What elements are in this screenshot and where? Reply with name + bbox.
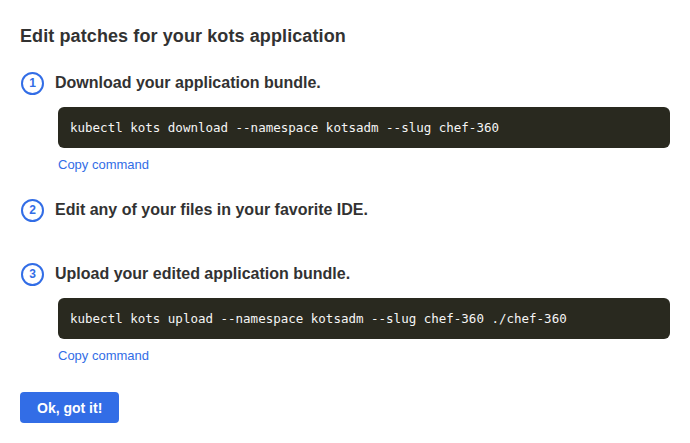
step-2-heading: Edit any of your files in your favorite … <box>55 198 368 222</box>
step-3-number-badge: 3 <box>21 263 44 286</box>
upload-command-text: kubectl kots upload --namespace kotsadm … <box>70 310 567 327</box>
copy-upload-command-link[interactable]: Copy command <box>58 348 149 363</box>
download-command-text: kubectl kots download --namespace kotsad… <box>70 119 499 136</box>
step-3-heading: Upload your edited application bundle. <box>55 262 350 286</box>
ok-got-it-button[interactable]: Ok, got it! <box>20 392 119 423</box>
upload-command-block: kubectl kots upload --namespace kotsadm … <box>58 298 670 339</box>
step-edit: 2 Edit any of your files in your favorit… <box>20 198 670 222</box>
step-1-heading: Download your application bundle. <box>55 71 321 95</box>
step-upload: 3 Upload your edited application bundle.… <box>20 262 670 363</box>
copy-download-command-link[interactable]: Copy command <box>58 157 149 172</box>
page-title: Edit patches for your kots application <box>20 26 670 47</box>
step-download: 1 Download your application bundle. kube… <box>20 71 670 172</box>
step-download-header: 1 Download your application bundle. <box>20 71 670 95</box>
download-command-block: kubectl kots download --namespace kotsad… <box>58 107 670 148</box>
step-2-number-badge: 2 <box>21 199 44 222</box>
edit-patches-panel: Edit patches for your kots application 1… <box>0 0 690 443</box>
step-upload-header: 3 Upload your edited application bundle. <box>20 262 670 286</box>
step-edit-header: 2 Edit any of your files in your favorit… <box>20 198 670 222</box>
step-1-number-badge: 1 <box>21 72 44 95</box>
